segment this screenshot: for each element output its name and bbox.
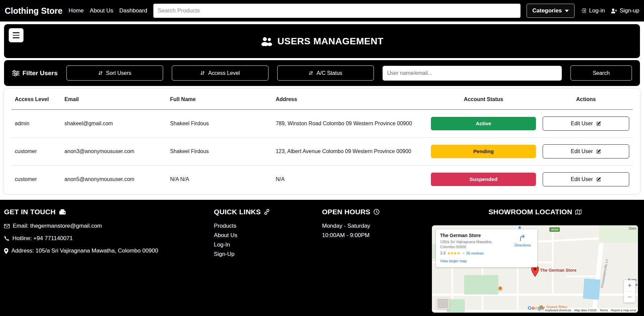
cell-full-name: Shakeel Firdous bbox=[167, 138, 273, 166]
users-icon bbox=[260, 37, 273, 46]
edit-user-button[interactable]: Edit User bbox=[543, 117, 629, 131]
directions-icon bbox=[518, 234, 527, 242]
edit-icon bbox=[596, 121, 601, 126]
contact-email: Email: thegermanstore@gmail.com bbox=[4, 223, 214, 229]
store-marker-label: The German Store bbox=[540, 268, 576, 273]
nav-link-about[interactable]: About Us bbox=[90, 7, 113, 14]
map-water bbox=[583, 278, 600, 300]
col-email: Email bbox=[61, 89, 167, 110]
map-view-toggle-thumbnail[interactable] bbox=[437, 298, 449, 309]
zoom-in-button[interactable]: + bbox=[624, 280, 635, 291]
edit-user-button[interactable]: Edit User bbox=[543, 144, 629, 159]
login-icon bbox=[581, 8, 587, 14]
view-larger-map-link[interactable]: View larger map bbox=[440, 259, 466, 263]
map-road bbox=[566, 276, 600, 277]
star-empty-icon: ★ bbox=[461, 251, 465, 256]
map-reviews-link[interactable]: 35 reviews bbox=[466, 251, 484, 255]
google-map-embed[interactable]: AC13 Dem Kupp Jumma Marik Ketawalamulla … bbox=[432, 225, 638, 313]
col-address: Address bbox=[272, 89, 428, 110]
cell-access-level: customer bbox=[11, 138, 61, 166]
categories-dropdown[interactable]: Categories bbox=[527, 4, 575, 18]
footer-open-hours-column: OPEN HOURS Monday - Saturday 10:00AM - 9… bbox=[322, 208, 430, 313]
star-rating-icon: ★★★★ bbox=[447, 251, 460, 256]
search-products-input[interactable] bbox=[153, 4, 521, 18]
filter-users-label: Filter Users bbox=[12, 70, 58, 77]
footer: GET IN TOUCH Email: thegermanstore@gmail… bbox=[0, 200, 644, 316]
cell-email: anon3@anonymoususer.com bbox=[61, 138, 167, 166]
login-link[interactable]: Log-in bbox=[581, 7, 605, 14]
table-row: customer anon5@anonymoususer.com N/A N/A… bbox=[11, 166, 633, 193]
contact-address: Address: 105/a Sri Vajiragnana Mawatha, … bbox=[4, 247, 214, 254]
cell-full-name: N/A N/A bbox=[167, 166, 273, 193]
cell-access-level: admin bbox=[11, 110, 61, 138]
map-park bbox=[464, 275, 498, 295]
hamburger-icon bbox=[13, 32, 19, 33]
user-search-input[interactable] bbox=[383, 66, 562, 81]
edit-icon bbox=[596, 149, 601, 154]
signup-label: Sign-up bbox=[620, 7, 639, 14]
map-marker-icon bbox=[4, 248, 8, 254]
sliders-icon bbox=[12, 70, 19, 76]
get-in-touch-title: GET IN TOUCH bbox=[4, 208, 214, 216]
zoom-out-button[interactable]: − bbox=[624, 291, 635, 303]
keyboard-shortcuts-link[interactable]: Keyboard shortcuts bbox=[545, 309, 572, 312]
col-actions: Actions bbox=[539, 89, 633, 110]
access-level-button[interactable]: Access Level bbox=[172, 65, 268, 81]
envelope-icon bbox=[4, 224, 10, 228]
edit-user-button[interactable]: Edit User bbox=[543, 172, 629, 186]
sort-icon bbox=[308, 71, 313, 76]
footer-contact-column: GET IN TOUCH Email: thegermanstore@gmail… bbox=[4, 208, 214, 313]
categories-label: Categories bbox=[532, 7, 562, 14]
quick-link-about[interactable]: About Us bbox=[214, 232, 322, 239]
signup-link[interactable]: Sign-up bbox=[611, 7, 639, 14]
road-badge: AC13 bbox=[549, 227, 559, 232]
cell-address: 789, Winston Road Colombo 09 Western Pro… bbox=[272, 110, 428, 138]
sort-icon bbox=[98, 71, 103, 76]
map-zoom-controls: + − bbox=[624, 280, 635, 303]
quick-link-login[interactable]: Log-In bbox=[214, 241, 322, 248]
map-place-label: Dem bbox=[629, 226, 636, 230]
open-days: Monday - Saturday bbox=[322, 223, 430, 229]
table-row: admin shakeel@gmail.com Shakeel Firdous … bbox=[11, 110, 633, 138]
quick-links-title: QUICK LINKS bbox=[214, 208, 322, 216]
ac-status-button[interactable]: A/C Status bbox=[277, 65, 374, 81]
map-transit-dot bbox=[518, 226, 522, 229]
cell-access-level: customer bbox=[11, 166, 61, 193]
page-header: USERS MANAGEMENT bbox=[4, 24, 640, 58]
nav-link-home[interactable]: Home bbox=[68, 7, 84, 14]
map-poi-icon[interactable] bbox=[498, 286, 503, 291]
map-data-label: Map data ©2025 bbox=[574, 309, 597, 312]
map-road bbox=[432, 294, 638, 296]
hamburger-menu-button[interactable] bbox=[9, 28, 23, 42]
map-info-card: The German Store 105/a Sri Vajiragnana M… bbox=[436, 229, 537, 267]
report-error-link[interactable]: Report a map error bbox=[611, 309, 636, 312]
phone-icon bbox=[4, 236, 9, 241]
search-button[interactable]: Search bbox=[571, 65, 632, 81]
footer-showroom-column: SHOWROOM LOCATION AC13 bbox=[430, 208, 640, 313]
brand-logo[interactable]: Clothing Store bbox=[5, 6, 62, 16]
quick-link-products[interactable]: Products bbox=[214, 223, 322, 229]
link-icon bbox=[264, 209, 270, 215]
map-attribution: Keyboard shortcuts Map data ©2025 Terms … bbox=[544, 308, 638, 313]
nav-link-dashboard[interactable]: Dashboard bbox=[119, 7, 147, 14]
google-logo[interactable]: Google bbox=[528, 305, 545, 311]
users-table: Access Level Email Full Name Address Acc… bbox=[11, 89, 633, 193]
status-badge: Suspended bbox=[431, 173, 536, 186]
map-icon bbox=[575, 209, 582, 215]
col-full-name: Full Name bbox=[167, 89, 273, 110]
terms-link[interactable]: Terms bbox=[600, 309, 608, 312]
quick-link-signup[interactable]: Sign-Up bbox=[214, 251, 322, 258]
col-access-level: Access Level bbox=[11, 89, 61, 110]
map-store-name: The German Store bbox=[440, 233, 510, 238]
showroom-location-title: SHOWROOM LOCATION bbox=[488, 208, 582, 216]
chevron-down-icon bbox=[565, 10, 569, 12]
col-account-status: Account Status bbox=[428, 89, 539, 110]
top-navbar: Clothing Store Home About Us Dashboard C… bbox=[0, 0, 644, 21]
contact-hotline: Hotline: +94 771140071 bbox=[4, 235, 214, 242]
sort-users-button[interactable]: Sort Users bbox=[66, 65, 163, 81]
table-header-row: Access Level Email Full Name Address Acc… bbox=[11, 89, 633, 110]
cell-email: shakeel@gmail.com bbox=[61, 110, 167, 138]
directions-button[interactable]: Directions bbox=[510, 233, 535, 265]
cell-address: 123, Albert Avenue Colombo 09 Western Pr… bbox=[272, 138, 428, 166]
cell-address: N/A bbox=[272, 166, 428, 193]
